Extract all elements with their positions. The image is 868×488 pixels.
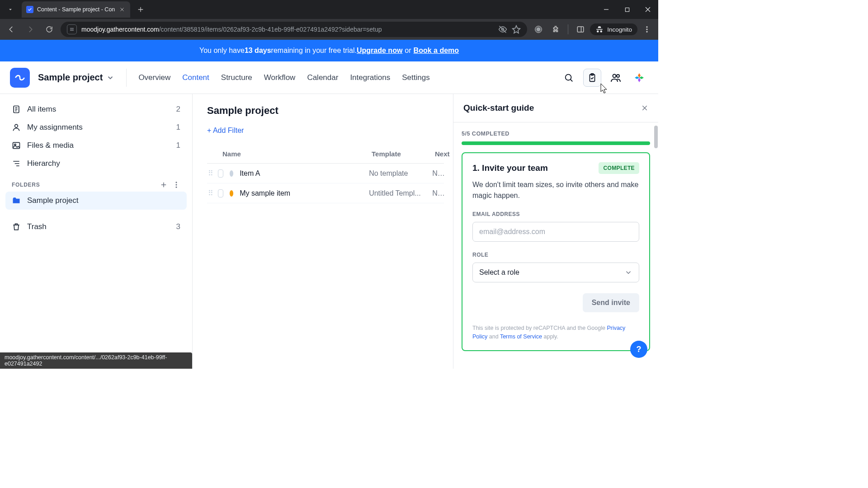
nav-workflow[interactable]: Workflow bbox=[264, 73, 296, 82]
card-body: We don't limit team sizes, so invite oth… bbox=[472, 179, 639, 201]
item-next: No du bbox=[432, 189, 444, 197]
svg-point-11 bbox=[613, 74, 616, 77]
document-icon bbox=[12, 105, 21, 114]
book-demo-link[interactable]: Book a demo bbox=[414, 47, 459, 55]
tab-search-button[interactable] bbox=[2, 1, 19, 18]
nav-integrations[interactable]: Integrations bbox=[350, 73, 390, 82]
project-name: Sample project bbox=[38, 72, 103, 83]
svg-point-7 bbox=[646, 31, 648, 33]
drag-handle-icon[interactable]: ⠿ bbox=[208, 169, 213, 178]
new-tab-button[interactable] bbox=[134, 3, 147, 16]
site-controls-icon[interactable] bbox=[67, 24, 77, 34]
sidebar-all-items[interactable]: All items 2 bbox=[5, 100, 187, 118]
trial-banner: You only have 13 days remaining in your … bbox=[0, 40, 658, 61]
row-checkbox[interactable] bbox=[218, 189, 223, 197]
incognito-badge[interactable]: Incognito bbox=[590, 23, 637, 35]
add-filter-button[interactable]: + Add Filter bbox=[207, 127, 444, 135]
svg-point-17 bbox=[176, 182, 177, 183]
nav-structure[interactable]: Structure bbox=[221, 73, 252, 82]
banner-days: 13 days bbox=[245, 47, 271, 55]
extensions-icon[interactable] bbox=[548, 22, 563, 37]
svg-point-5 bbox=[646, 26, 648, 28]
search-button[interactable] bbox=[560, 69, 578, 87]
window-maximize-button[interactable] bbox=[617, 0, 637, 19]
sidebar-files-media[interactable]: Files & media 1 bbox=[5, 136, 187, 155]
help-fab[interactable]: ? bbox=[630, 341, 647, 358]
apps-color-icon bbox=[634, 72, 645, 83]
chevron-down-icon bbox=[624, 268, 632, 277]
svg-rect-0 bbox=[625, 8, 629, 11]
banner-prefix: You only have bbox=[199, 47, 245, 55]
col-next[interactable]: Next bbox=[435, 150, 450, 158]
sidebar-my-assignments[interactable]: My assignments 1 bbox=[5, 118, 187, 136]
status-dot bbox=[230, 170, 233, 177]
bookmark-icon[interactable] bbox=[512, 25, 521, 34]
sidebar-hierarchy[interactable]: Hierarchy bbox=[5, 155, 187, 173]
col-name[interactable]: Name bbox=[222, 150, 372, 158]
sidebar-item-count: 1 bbox=[176, 123, 180, 132]
progress-bar bbox=[462, 141, 650, 145]
project-switcher[interactable]: Sample project bbox=[38, 72, 114, 83]
app-logo[interactable] bbox=[10, 68, 30, 88]
address-bar[interactable]: moodjoy.gathercontent.com/content/385819… bbox=[61, 22, 527, 37]
trash-icon bbox=[12, 222, 21, 231]
sidebar-item-count: 2 bbox=[176, 105, 180, 114]
tab-title: Content - Sample project - Con bbox=[37, 6, 115, 13]
drag-handle-icon[interactable]: ⠿ bbox=[208, 189, 213, 197]
folder-label: Sample project bbox=[27, 196, 78, 205]
tracking-blocked-icon[interactable] bbox=[498, 25, 507, 34]
upgrade-link[interactable]: Upgrade now bbox=[357, 47, 402, 55]
nav-overview[interactable]: Overview bbox=[138, 73, 170, 82]
folder-menu-button[interactable] bbox=[172, 181, 180, 189]
item-name[interactable]: My sample item bbox=[240, 189, 369, 197]
table-row[interactable]: ⠿ Item A No template No du bbox=[207, 164, 444, 183]
table-row[interactable]: ⠿ My sample item Untitled Templ... No du bbox=[207, 183, 444, 203]
page-title: Sample project bbox=[207, 105, 444, 117]
window-close-button[interactable] bbox=[637, 0, 658, 19]
apps-button[interactable] bbox=[630, 69, 648, 87]
main-nav: Overview Content Structure Workflow Cale… bbox=[138, 73, 429, 82]
profile-icon[interactable] bbox=[531, 22, 546, 37]
image-icon bbox=[12, 141, 21, 150]
svg-point-14 bbox=[15, 124, 18, 127]
quickstart-button[interactable] bbox=[583, 69, 601, 87]
complete-badge: COMPLETE bbox=[599, 162, 639, 174]
nav-forward-button[interactable] bbox=[23, 22, 38, 37]
col-template[interactable]: Template bbox=[372, 150, 435, 158]
folders-header: FOLDERS bbox=[5, 173, 187, 192]
sidepanel-icon[interactable] bbox=[573, 22, 588, 37]
svg-point-12 bbox=[617, 75, 619, 77]
folder-sample-project[interactable]: Sample project bbox=[5, 192, 187, 210]
send-invite-button[interactable]: Send invite bbox=[583, 293, 639, 312]
tos-link[interactable]: Terms of Service bbox=[500, 333, 542, 340]
banner-or: or bbox=[405, 47, 411, 55]
nav-reload-button[interactable] bbox=[42, 22, 57, 37]
email-input[interactable] bbox=[472, 222, 639, 242]
add-folder-button[interactable] bbox=[160, 181, 168, 189]
panel-title: Quick-start guide bbox=[463, 103, 534, 113]
banner-middle: remaining in your free trial. bbox=[271, 47, 357, 55]
people-button[interactable] bbox=[607, 69, 625, 87]
browser-tab[interactable]: Content - Sample project - Con bbox=[22, 1, 130, 18]
close-tab-icon[interactable] bbox=[118, 6, 126, 13]
nav-content[interactable]: Content bbox=[182, 73, 209, 82]
chevron-down-icon bbox=[106, 74, 114, 82]
sidebar-trash[interactable]: Trash 3 bbox=[5, 218, 187, 236]
item-next: No du bbox=[432, 169, 444, 178]
panel-scrollbar[interactable] bbox=[654, 126, 658, 369]
nav-back-button[interactable] bbox=[4, 22, 19, 37]
svg-point-6 bbox=[646, 29, 648, 30]
panel-close-button[interactable] bbox=[641, 104, 648, 112]
browser-toolbar: moodjoy.gathercontent.com/content/385819… bbox=[0, 19, 658, 40]
role-select[interactable]: Select a role bbox=[472, 263, 639, 282]
svg-point-19 bbox=[176, 187, 177, 188]
window-minimize-button[interactable] bbox=[596, 0, 617, 19]
incognito-icon bbox=[595, 25, 604, 33]
item-name[interactable]: Item A bbox=[240, 169, 369, 178]
row-checkbox[interactable] bbox=[218, 169, 223, 178]
legal-text: This site is protected by reCAPTCHA and … bbox=[472, 324, 639, 341]
browser-menu-button[interactable] bbox=[639, 22, 655, 37]
favicon-icon bbox=[26, 6, 33, 13]
nav-settings[interactable]: Settings bbox=[402, 73, 429, 82]
nav-calendar[interactable]: Calendar bbox=[307, 73, 338, 82]
